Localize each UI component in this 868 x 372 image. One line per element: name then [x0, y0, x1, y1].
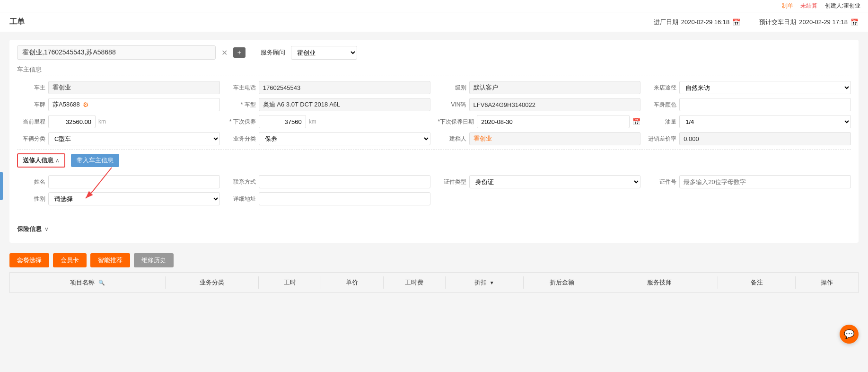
- expected-date-label: 预计交车日期: [759, 18, 796, 27]
- header-dates: 进厂日期 2020-02-29 16:18 📅 预计交车日期 2020-02-2…: [654, 18, 859, 27]
- level-field: 级别 默认客户: [438, 81, 641, 94]
- unsettled-link[interactable]: 未结算: [800, 2, 817, 9]
- package-select-button[interactable]: 套餐选择: [9, 253, 49, 267]
- vehicle-type-label: 车辆分类: [17, 135, 45, 143]
- plate-label: 车牌: [17, 101, 45, 109]
- vehicle-type-select[interactable]: C型车: [48, 132, 220, 145]
- repair-id-type-label: 证件类型: [438, 178, 466, 186]
- entry-calendar-icon[interactable]: 📅: [732, 18, 740, 26]
- th-operations: 操作: [796, 276, 858, 289]
- repair-address-label: 详细地址: [228, 195, 256, 203]
- visit-select[interactable]: 自然来访 电话预约 网络预约: [679, 81, 851, 94]
- th-service-technician: 服务技师: [601, 276, 718, 289]
- customer-name-input[interactable]: [17, 45, 216, 60]
- margin-label: 进销差价率: [648, 135, 676, 143]
- th-unit-price: 单价: [321, 276, 384, 289]
- import-owner-info-button[interactable]: 带入车主信息: [71, 154, 119, 167]
- plate-value[interactable]: 苏A58688 ⚙: [48, 98, 220, 111]
- filter-icon[interactable]: ▼: [490, 280, 494, 285]
- insurance-title: 保险信息: [17, 225, 42, 233]
- vin-label: VIN码: [438, 101, 466, 109]
- visit-label: 来店途径: [648, 84, 676, 92]
- car-type-field: * 车型 奥迪 A6 3.0T DCT 2018 A6L: [228, 98, 430, 111]
- repair-form-row-2: 性别 请选择 男 女 详细地址: [17, 192, 851, 205]
- next-maint-date-field: *下次保养日期 📅: [438, 115, 641, 128]
- vehicle-owner-section: 车主信息 车主 霍创业 车主电话 17602545543 级别 默认客户 来店途…: [17, 65, 851, 145]
- table-header: 项目名称 🔍 业务分类 工时 单价 工时费 折扣 ▼ 折后金额 服务技师 备注 …: [9, 272, 859, 293]
- margin-field: 进销差价率 0.000: [648, 132, 851, 145]
- expected-date-value[interactable]: 2020-02-29 17:18: [799, 18, 848, 26]
- fuel-select[interactable]: 1/4 1/2 3/4 满: [679, 115, 851, 128]
- entry-date-label: 进厂日期: [654, 18, 678, 27]
- repair-address-input[interactable]: [259, 192, 430, 205]
- plate-gear-icon[interactable]: ⚙: [83, 101, 89, 108]
- vin-field: VIN码 LFV6A24G9H3140022: [438, 98, 641, 111]
- th-project-name: 项目名称 🔍: [10, 276, 166, 289]
- insurance-toggle[interactable]: 保险信息 ∨: [17, 221, 851, 237]
- car-color-field: 车身颜色: [648, 98, 851, 111]
- business-type-select[interactable]: 保养: [259, 132, 430, 145]
- repair-person-form: 姓名 联系方式 证件类型 身份证 护照: [17, 171, 851, 213]
- level-value: 默认客户: [469, 81, 641, 94]
- repair-person-chevron-up-icon[interactable]: ∧: [55, 157, 60, 164]
- phone-value: 17602545543: [259, 81, 430, 94]
- builder-field: 建档人 霍创业: [438, 132, 641, 145]
- member-card-button[interactable]: 会员卡: [53, 253, 87, 267]
- repair-contact-input[interactable]: [259, 175, 430, 188]
- th-discounted-amount: 折后金额: [524, 276, 602, 289]
- repair-gender-field: 性别 请选择 男 女: [17, 192, 220, 205]
- insurance-chevron-down-icon[interactable]: ∨: [44, 226, 49, 232]
- mileage-field: 当前里程 km: [17, 115, 220, 128]
- mileage-input[interactable]: [48, 115, 96, 128]
- vehicle-owner-title: 车主信息: [17, 65, 851, 76]
- repair-id-type-select[interactable]: 身份证 护照: [469, 175, 641, 188]
- service-advisor-select[interactable]: 霍创业: [291, 46, 357, 60]
- entry-date-value[interactable]: 2020-02-29 16:18: [681, 18, 730, 26]
- repair-gender-select[interactable]: 请选择 男 女: [48, 192, 220, 205]
- next-maint-label: * 下次保养: [228, 118, 256, 126]
- repair-name-label: 姓名: [17, 178, 45, 186]
- entry-date-item: 进厂日期 2020-02-29 16:18 📅: [654, 18, 741, 27]
- repair-address-field: 详细地址: [228, 192, 430, 205]
- margin-value: 0.000: [679, 132, 851, 145]
- mileage-label: 当前里程: [17, 118, 45, 126]
- fuel-label: 油量: [648, 118, 676, 126]
- search-icon[interactable]: 🔍: [98, 280, 105, 285]
- repair-history-button[interactable]: 维修历史: [134, 253, 174, 267]
- business-type-label: 业务分类: [228, 135, 256, 143]
- customer-bar: ✕ ＋ 服务顾问 霍创业: [17, 45, 851, 60]
- owner-value: 霍创业: [48, 81, 220, 94]
- form-row-4: 车辆分类 C型车 业务分类 保养 建档人 霍创业 进销差价率: [17, 132, 851, 145]
- clear-icon[interactable]: ✕: [221, 48, 228, 57]
- repair-gender-label: 性别: [17, 195, 45, 203]
- smart-recommend-button[interactable]: 智能推荐: [90, 253, 130, 267]
- repair-id-no-input[interactable]: [679, 175, 851, 188]
- repair-contact-label: 联系方式: [228, 178, 256, 186]
- business-type-field: 业务分类 保养: [228, 132, 430, 145]
- maint-date-calendar-icon[interactable]: 📅: [632, 118, 640, 125]
- next-maint-field: * 下次保养 km: [228, 115, 430, 128]
- next-maint-date-input[interactable]: [477, 115, 630, 128]
- car-color-value[interactable]: [679, 98, 851, 111]
- page-title: 工单: [9, 17, 25, 27]
- overlay-container: 送修人信息 ∧ 带入车主信息 姓名: [17, 153, 851, 213]
- content: ✕ ＋ 服务顾问 霍创业 车主信息 车主 霍创业 车主电话 1760254554…: [0, 32, 868, 301]
- car-type-label: * 车型: [228, 101, 256, 109]
- expected-date-item: 预计交车日期 2020-02-29 17:18 📅: [759, 18, 859, 27]
- repair-contact-field: 联系方式: [228, 175, 430, 188]
- repair-name-input[interactable]: [48, 175, 220, 188]
- repair-person-toggle[interactable]: 送修人信息 ∧: [17, 153, 65, 168]
- add-customer-icon[interactable]: ＋: [233, 47, 245, 58]
- mileage-unit: km: [98, 118, 106, 125]
- th-business-type: 业务分类: [166, 276, 259, 289]
- next-maint-date-label: *下次保养日期: [438, 118, 474, 126]
- level-label: 级别: [438, 84, 466, 92]
- owner-field: 车主 霍创业: [17, 81, 220, 94]
- next-maint-input[interactable]: [259, 115, 306, 128]
- builder-label: 建档人: [438, 135, 466, 143]
- th-labor-cost: 工时费: [384, 276, 446, 289]
- form-row-2: 车牌 苏A58688 ⚙ * 车型 奥迪 A6 3.0T DCT 2018 A6…: [17, 98, 851, 111]
- expected-calendar-icon[interactable]: 📅: [850, 18, 859, 26]
- make-order-link[interactable]: 制单: [782, 2, 793, 9]
- car-color-label: 车身颜色: [648, 101, 676, 109]
